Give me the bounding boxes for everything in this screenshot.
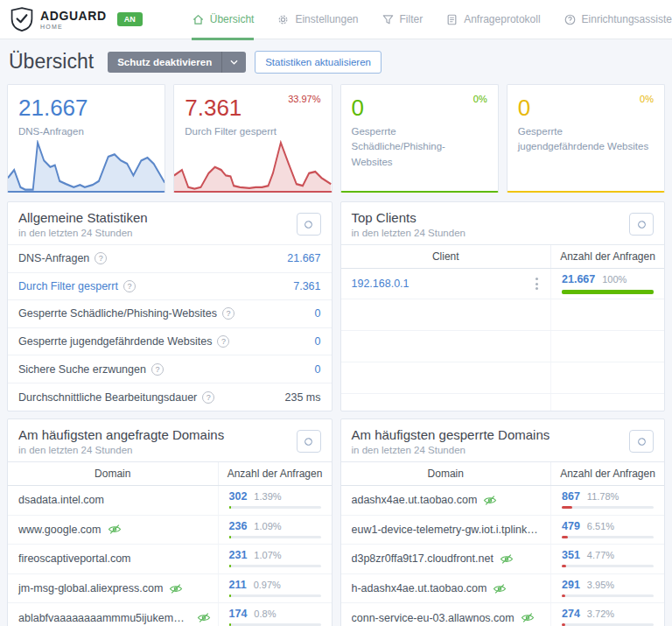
table-row: fireoscaptiveportal.com 2311.07% (8, 545, 332, 574)
stat-row-label: Durchschnittliche Bearbeitungsdauer (18, 391, 197, 404)
log-icon (445, 13, 458, 26)
progress-fill (562, 594, 565, 597)
domain-name: ablabfvaaaaaaaammmu5ijukemp4k.pop-de... (18, 612, 191, 624)
nav-item-einrichtungsassistent[interactable]: Einrichtungsassistent (564, 0, 672, 39)
domain-name: jm-msg-global.aliexpress.com (18, 582, 163, 594)
stat-row-value: 235 ms (285, 391, 321, 404)
brand-sub: HOME (40, 24, 107, 30)
request-count: 236 (229, 520, 248, 532)
column-header-anzahl[interactable]: Anzahl der Anfragen (550, 245, 664, 268)
request-percent: 6.51% (587, 521, 614, 531)
column-header-domain[interactable]: Domain (8, 462, 218, 485)
stat-row-value: 7.361 (293, 280, 320, 292)
help-icon (564, 13, 577, 26)
request-percent: 1.07% (254, 550, 281, 560)
stat-row-value: 0 (315, 307, 321, 320)
progress-fill (562, 565, 566, 567)
refresh-button[interactable] (629, 213, 654, 236)
stat-row-phishing-websites: Gesperrte Schädliche/Phishing-Websites? … (8, 300, 332, 328)
nav-item-einstellungen[interactable]: Einstellungen (276, 0, 358, 39)
progress-fill (229, 506, 231, 509)
refresh-button[interactable] (297, 213, 321, 236)
request-percent: 0.97% (254, 580, 281, 590)
general-statistics-list: DNS-Anfragen? 21.667 Durch Filter gesper… (8, 244, 332, 411)
disable-protection-button[interactable]: Schutz deaktivieren (108, 52, 246, 73)
table-row: 192.168.0.1 21.667 100% (341, 269, 665, 299)
table-row-empty (341, 331, 665, 362)
domain-name: fireoscaptiveportal.com (18, 552, 131, 565)
eye-off-icon (169, 584, 183, 594)
help-tooltip-icon[interactable]: ? (202, 391, 214, 404)
request-count: 302 (229, 490, 248, 503)
request-count: 231 (229, 549, 248, 561)
stat-label: Gesperrte jugendgefährdende Websites (518, 124, 652, 155)
panel-title: Top Clients (352, 210, 654, 225)
refresh-statistics-button[interactable]: Statistiken aktualisieren (255, 51, 382, 74)
chevron-down-icon (230, 60, 238, 65)
progress-fill (229, 594, 231, 597)
progress-fill (562, 290, 654, 294)
help-tooltip-icon[interactable]: ? (151, 363, 164, 376)
table-row-empty (341, 362, 665, 394)
nav-item-uebersicht[interactable]: Übersicht (192, 0, 255, 39)
filter-icon (382, 13, 395, 26)
table-header: Domain Anzahl der Anfragen (341, 461, 665, 486)
panel-title: Am häufigsten gesperrte Domains (352, 427, 654, 442)
progress-fill (229, 536, 231, 538)
progress-track (229, 506, 321, 509)
progress-track (562, 594, 654, 597)
adguard-logo: ADGUARD HOME AN (10, 7, 143, 32)
stat-card-durch-filter-gesperrt: 7.361 Durch Filter gesperrt 33.97% (173, 84, 332, 193)
request-percent: 1.09% (254, 521, 281, 531)
table-row-empty (341, 299, 665, 331)
help-tooltip-icon[interactable]: ? (94, 252, 107, 264)
column-header-anzahl[interactable]: Anzahl der Anfragen (550, 462, 664, 485)
help-tooltip-icon[interactable]: ? (123, 280, 136, 292)
progress-track (229, 565, 321, 567)
eye-off-icon (108, 524, 122, 534)
nav-item-anfrageprotokoll[interactable]: Anfrageprotokoll (445, 0, 540, 39)
stat-row-jugendschutz-websites: Gesperrte jugendgefährdende Websites? 0 (8, 328, 332, 356)
request-percent: 3.72% (587, 608, 614, 619)
request-percent: 1.39% (254, 491, 281, 502)
panel-title: Am häufigsten angefragte Domains (18, 427, 321, 442)
column-header-domain[interactable]: Domain (341, 462, 551, 485)
request-percent: 11.78% (587, 491, 620, 502)
refresh-button[interactable] (629, 430, 654, 453)
stat-row-value: 0 (315, 363, 321, 376)
table-row: jm-msg-global.aliexpress.com 2110.97% (8, 574, 332, 604)
disable-protection-label: Schutz deaktivieren (108, 52, 221, 73)
column-header-anzahl[interactable]: Anzahl der Anfragen (218, 462, 332, 485)
help-tooltip-icon[interactable]: ? (222, 307, 234, 320)
refresh-button[interactable] (297, 430, 321, 453)
table-row-empty (341, 394, 665, 411)
stat-row-label: Durch Filter gesperrt (18, 280, 118, 292)
kebab-menu-icon[interactable] (530, 274, 543, 293)
table-header: Domain Anzahl der Anfragen (8, 461, 332, 486)
nav-label: Einstellungen (295, 13, 358, 25)
client-ip-link[interactable]: 192.168.0.1 (352, 278, 410, 290)
progress-track (562, 290, 654, 294)
domain-name: h-adashx4ae.ut.taobao.com (352, 582, 487, 594)
nav-item-filter[interactable]: Filter (382, 0, 424, 39)
domain-name: euw1-device-telemetry-gw.iot.i.tplinknbu… (352, 524, 544, 536)
stat-label: Gesperrte Schädliche/Phishing-Websites (352, 124, 486, 170)
table-row: d3p8zr0ffa9t17.cloudfront.net 3514.77% (341, 545, 665, 574)
stat-value: 0 (518, 95, 654, 122)
stat-row-label: Gesperrte jugendgefährdende Websites (18, 335, 212, 348)
disable-protection-dropdown[interactable] (221, 52, 246, 73)
main-nav: Übersicht Einstellungen Filter Anfragepr… (192, 0, 672, 39)
table-row: www.google.com 2361.09% (8, 516, 332, 545)
brand-name: ADGUARD (40, 10, 107, 22)
nav-label: Übersicht (210, 13, 255, 25)
request-percent: 100% (602, 274, 626, 285)
panel-title: Allgemeine Statistiken (18, 210, 321, 225)
table-row: h-adashx4ae.ut.taobao.com 2913.95% (341, 574, 665, 604)
nav-label: Einrichtungsassistent (582, 13, 672, 25)
table-header: Client Anzahl der Anfragen (341, 244, 665, 269)
stat-row-dns-anfragen: DNS-Anfragen? 21.667 (8, 245, 332, 273)
progress-track (562, 536, 654, 538)
help-tooltip-icon[interactable]: ? (217, 335, 229, 348)
column-header-client[interactable]: Client (341, 245, 551, 268)
domain-name: dsadata.intel.com (18, 494, 104, 506)
